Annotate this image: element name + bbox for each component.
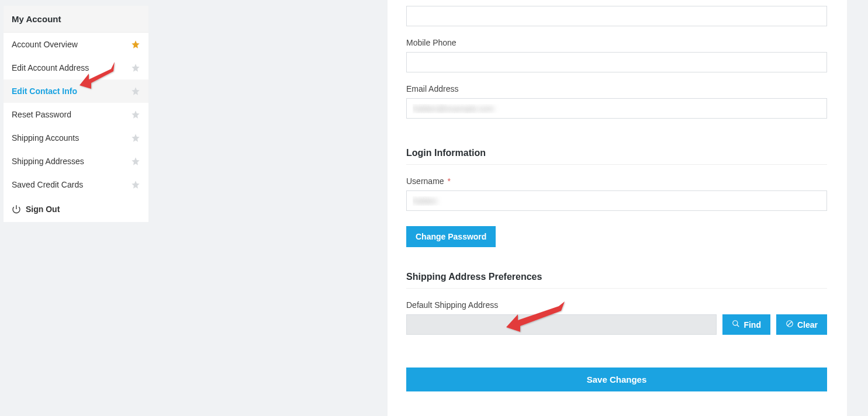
sidebar-item-label: Reset Password xyxy=(12,110,131,119)
username-label: Username* xyxy=(406,176,829,186)
sidebar-item-edit-account-address[interactable]: Edit Account Address xyxy=(4,56,148,79)
sidebar-item-shipping-addresses[interactable]: Shipping Addresses xyxy=(4,150,148,173)
star-icon[interactable] xyxy=(131,133,140,143)
shipping-prefs-heading: Shipping Address Preferences xyxy=(406,272,827,289)
sidebar-item-shipping-accounts[interactable]: Shipping Accounts xyxy=(4,126,148,150)
star-icon[interactable] xyxy=(131,40,140,49)
sign-out-link[interactable]: Sign Out xyxy=(4,196,148,222)
sidebar-item-edit-contact-info[interactable]: Edit Contact Info xyxy=(4,79,148,103)
search-icon xyxy=(732,320,740,330)
power-icon xyxy=(12,204,21,214)
top-field-input[interactable] xyxy=(406,6,827,26)
sign-out-label: Sign Out xyxy=(26,204,60,214)
sidebar-item-label: Shipping Accounts xyxy=(12,133,131,143)
main-form-panel: Mobile Phone Email Address Login Informa… xyxy=(388,0,847,416)
sidebar-item-label: Account Overview xyxy=(12,40,131,49)
star-icon[interactable] xyxy=(131,63,140,72)
sidebar-item-label: Shipping Addresses xyxy=(12,157,131,166)
svg-line-3 xyxy=(787,322,791,326)
cancel-icon xyxy=(786,320,794,330)
save-changes-button[interactable]: Save Changes xyxy=(406,368,827,391)
sidebar-item-reset-password[interactable]: Reset Password xyxy=(4,103,148,126)
star-icon[interactable] xyxy=(131,110,140,119)
star-icon[interactable] xyxy=(131,157,140,166)
sidebar-item-label: Edit Account Address xyxy=(12,63,131,72)
username-input[interactable] xyxy=(406,190,827,211)
sidebar-title: My Account xyxy=(4,6,148,33)
mobile-phone-label: Mobile Phone xyxy=(406,38,829,47)
login-information-heading: Login Information xyxy=(406,148,827,165)
clear-button[interactable]: Clear xyxy=(776,314,827,335)
star-icon[interactable] xyxy=(131,86,140,96)
star-icon[interactable] xyxy=(131,180,140,189)
sidebar-item-label: Edit Contact Info xyxy=(12,86,131,96)
sidebar: My Account Account Overview Edit Account… xyxy=(4,6,148,222)
find-button[interactable]: Find xyxy=(722,314,770,335)
default-shipping-input[interactable] xyxy=(406,314,717,335)
svg-line-1 xyxy=(737,325,739,327)
svg-point-0 xyxy=(733,321,738,325)
email-address-input[interactable] xyxy=(406,98,827,119)
email-address-label: Email Address xyxy=(406,84,829,93)
sidebar-item-saved-credit-cards[interactable]: Saved Credit Cards xyxy=(4,173,148,196)
sidebar-item-label: Saved Credit Cards xyxy=(12,180,131,189)
change-password-button[interactable]: Change Password xyxy=(406,226,496,247)
default-shipping-label: Default Shipping Address xyxy=(406,300,829,310)
mobile-phone-input[interactable] xyxy=(406,52,827,72)
sidebar-item-account-overview[interactable]: Account Overview xyxy=(4,33,148,56)
